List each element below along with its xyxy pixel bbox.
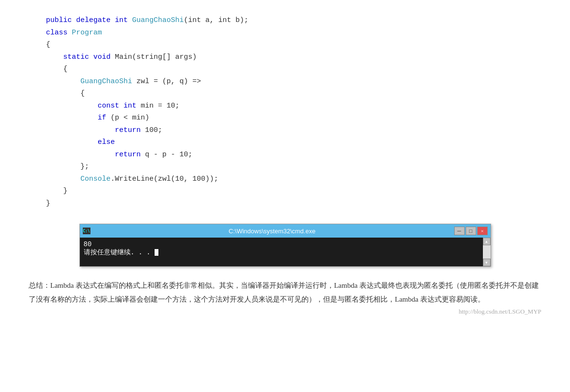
code-line: if (p < min) <box>29 112 541 124</box>
code-line: return q - p - 10; <box>29 149 541 161</box>
cmd-minimize-button[interactable]: ─ <box>454 227 465 235</box>
code-line: static void Main(string[] args) <box>29 51 541 64</box>
summary-text: 总结：Lambda 表达式在编写的格式上和匿名委托非常相似。其实，当编译器开始编… <box>29 279 541 306</box>
cmd-scrollbar[interactable]: ▲ ▼ <box>483 238 491 266</box>
code-line: const int min = 10; <box>29 100 541 112</box>
code-line: public delegate int GuangChaoShi(int a, … <box>29 14 541 27</box>
code-line: { <box>29 87 541 100</box>
cmd-scroll-down-button[interactable]: ▼ <box>483 259 491 266</box>
code-line: class Program <box>29 27 541 39</box>
code-line: }; <box>29 161 541 173</box>
cmd-close-button[interactable]: × <box>477 227 488 235</box>
code-line: } <box>29 197 541 210</box>
cmd-scroll-track[interactable] <box>483 245 491 259</box>
cmd-title: C:\Windows\system32\cmd.exe <box>90 228 454 235</box>
code-line: } <box>29 185 541 197</box>
code-line: { <box>29 39 541 51</box>
code-line: return 100; <box>29 124 541 137</box>
cmd-window: C:\ C:\Windows\system32\cmd.exe ─ □ × 80… <box>79 224 491 267</box>
cmd-cursor <box>155 249 158 256</box>
cmd-maximize-button[interactable]: □ <box>466 227 476 235</box>
code-line: GuangChaoShi zwl = (p, q) => <box>29 76 541 88</box>
cmd-output-line2: 请按任意键继续. . . <box>84 248 487 257</box>
footer-link: http://blog.csdn.net/LSGO_MYP <box>29 308 541 316</box>
cmd-body: 80 请按任意键继续. . . ▲ ▼ <box>80 238 491 266</box>
code-line: else <box>29 136 541 149</box>
cmd-scroll-up-button[interactable]: ▲ <box>483 238 491 245</box>
code-block: public delegate int GuangChaoShi(int a, … <box>29 10 541 214</box>
cmd-window-buttons: ─ □ × <box>454 227 488 235</box>
cmd-output-line1: 80 <box>84 240 487 248</box>
cmd-icon: C:\ <box>83 228 90 234</box>
code-line: { <box>29 63 541 76</box>
cmd-titlebar: C:\ C:\Windows\system32\cmd.exe ─ □ × <box>80 224 491 238</box>
code-line: Console.WriteLine(zwl(10, 100)); <box>29 173 541 185</box>
